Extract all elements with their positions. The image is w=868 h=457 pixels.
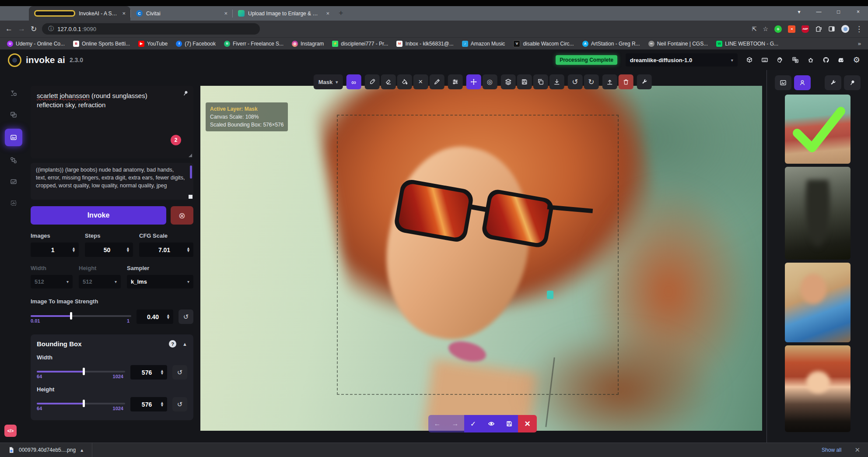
slider-handle[interactable] [83, 368, 85, 375]
strength-slider[interactable]: 0.01 1 [31, 310, 131, 323]
save-staging-icon[interactable] [500, 415, 518, 432]
bookmark-youtube[interactable]: ▶YouTube [138, 41, 168, 47]
tab-close-icon[interactable]: × [223, 10, 229, 17]
tab-postprocessing[interactable] [6, 174, 21, 189]
github-icon[interactable] [822, 56, 830, 63]
extensions-puzzle-icon[interactable] [815, 25, 822, 32]
help-icon[interactable]: ? [169, 340, 176, 348]
tab-training[interactable] [6, 196, 21, 211]
bookmark-fiverr[interactable]: fiFiverr - Freelance S... [224, 41, 284, 47]
bounding-box-header[interactable]: Bounding Box ? ▲ [37, 340, 187, 348]
negative-prompt-textarea[interactable]: ((implants)) (large boobs) nude bad anat… [31, 163, 193, 200]
thumbnail-3[interactable] [785, 263, 850, 342]
invoke-button[interactable]: Invoke [31, 206, 166, 225]
extension-green-icon[interactable]: G [774, 25, 782, 33]
slider-handle[interactable] [83, 400, 85, 407]
clear-canvas-trash-icon[interactable] [618, 74, 633, 89]
bookmark-facebook[interactable]: f(7) Facebook [176, 41, 216, 47]
show-all-link[interactable]: Show all [822, 447, 841, 453]
canvas-settings-wrench-icon[interactable] [637, 74, 651, 89]
tab-civitai[interactable]: C Civitai × [131, 6, 232, 21]
strength-input[interactable]: 0.40▲▼ [136, 309, 173, 324]
profile-avatar[interactable] [841, 25, 849, 33]
stepper-icons[interactable]: ▲▼ [186, 247, 190, 252]
side-panel-icon[interactable] [828, 25, 835, 32]
download-icon[interactable] [549, 74, 564, 89]
bookmark-webtoon[interactable]: WLINE WEBTOON - G... [716, 41, 778, 47]
bookmark-amazon-music[interactable]: ♪Amazon Music [462, 41, 505, 47]
tab-unified-canvas[interactable] [5, 129, 22, 146]
hotkeys-keyboard-icon[interactable] [761, 56, 768, 63]
tab-invokeai[interactable]: InvokeAI - A Stable Diffusion Too × [29, 6, 130, 21]
gallery-pin-icon[interactable] [844, 75, 861, 90]
next-image-icon[interactable]: → [446, 415, 464, 432]
new-tab-button[interactable]: + [339, 9, 343, 18]
bug-report-icon[interactable] [807, 56, 814, 63]
extension-orange-icon[interactable]: ◂ [788, 25, 795, 33]
stepper-icons[interactable]: ▲▼ [72, 247, 76, 252]
undo-icon[interactable]: ↺ [567, 74, 582, 89]
stepper-icons[interactable]: ▲▼ [166, 314, 170, 319]
previous-image-icon[interactable]: ← [428, 415, 446, 432]
upload-icon[interactable] [602, 74, 617, 89]
eraser-icon[interactable] [381, 74, 396, 89]
fill-bucket-icon[interactable] [397, 74, 412, 89]
thumbnail-2[interactable] [785, 167, 850, 260]
tab-upload-image[interactable]: Upload Image to Enlarge & Enla × [233, 6, 334, 21]
back-button[interactable]: ← [5, 25, 13, 33]
negative-resize-handle[interactable] [189, 195, 192, 199]
brush-icon[interactable] [364, 74, 379, 89]
strength-reset-icon[interactable]: ↺ [178, 309, 193, 324]
bookmark-instagram[interactable]: ◎Instagram [292, 41, 324, 47]
shelf-close-icon[interactable]: ✕ [854, 446, 860, 454]
bookmarks-overflow-icon[interactable]: » [858, 40, 861, 47]
download-menu-chevron-icon[interactable]: ▲ [80, 448, 84, 453]
discord-icon[interactable] [838, 56, 845, 63]
reset-view-icon[interactable]: ◎ [482, 74, 497, 89]
download-item[interactable]: 000979.40d74eb5....png ▲ [0, 443, 92, 457]
slider-handle[interactable] [70, 312, 72, 320]
prompt-textarea[interactable]: scarlett johansson (round sunglasses) re… [31, 86, 193, 158]
share-icon[interactable]: ⇱ [752, 26, 757, 32]
bbox-height-input[interactable]: 576▲▼ [130, 397, 167, 411]
bookmark-star-icon[interactable]: ☆ [763, 25, 768, 32]
show-hide-eye-icon[interactable] [482, 415, 500, 432]
bounding-box-selection[interactable] [337, 115, 619, 395]
bbox-width-reset-icon[interactable]: ↺ [172, 365, 187, 380]
gallery-images-button[interactable] [775, 75, 791, 90]
address-bar[interactable]: ⓘ 127.0.0.1:9090 [42, 23, 260, 35]
bookmark-udemy[interactable]: UUdemy - Online Co... [7, 41, 65, 47]
negative-scrollbar[interactable] [190, 165, 192, 179]
bookmark-sports[interactable]: BOnline Sports Betti... [73, 41, 130, 47]
model-select[interactable]: dreamlike-diffusion-1.0 ▾ [626, 53, 738, 67]
language-translate-icon[interactable] [792, 56, 799, 63]
bbox-height-reset-icon[interactable]: ↺ [172, 397, 187, 411]
browser-menu-icon[interactable]: ⋮ [855, 25, 863, 34]
collapse-chevron-icon[interactable]: ▲ [182, 341, 187, 347]
copy-icon[interactable] [533, 74, 548, 89]
restore-button[interactable]: □ [829, 9, 848, 15]
model-manager-icon[interactable] [746, 56, 753, 63]
layer-select[interactable]: Mask▾ [314, 74, 343, 89]
merge-layers-icon[interactable] [500, 74, 515, 89]
save-to-gallery-icon[interactable] [517, 74, 532, 89]
tab-nodes[interactable] [6, 153, 21, 168]
redo-icon[interactable]: ↻ [584, 74, 598, 89]
theme-palette-icon[interactable] [777, 56, 784, 63]
tab-close-icon[interactable]: × [121, 10, 127, 17]
stepper-icons[interactable]: ▲▼ [160, 402, 164, 407]
resize-handle[interactable] [189, 154, 192, 157]
move-tool-icon[interactable] [466, 74, 481, 89]
mask-enable-icon[interactable]: ∞ [346, 74, 361, 89]
stepper-icons[interactable]: ▲▼ [160, 370, 164, 375]
settings-gear-icon[interactable]: ⚙ [853, 55, 860, 65]
accept-check-icon[interactable]: ✓ [464, 415, 482, 432]
tab-close-icon[interactable]: × [325, 10, 331, 17]
forward-button[interactable]: → [18, 25, 25, 33]
console-toggle-button[interactable]: </> [4, 425, 17, 437]
gallery-settings-wrench-icon[interactable] [825, 75, 841, 90]
thumbnail-1-selected[interactable] [785, 95, 850, 164]
bbox-height-slider[interactable]: 64 1024 [37, 398, 125, 411]
unified-canvas[interactable]: Active Layer: Mask Canvas Scale: 108% Sc… [199, 70, 766, 443]
site-info-icon[interactable]: ⓘ [48, 25, 54, 33]
